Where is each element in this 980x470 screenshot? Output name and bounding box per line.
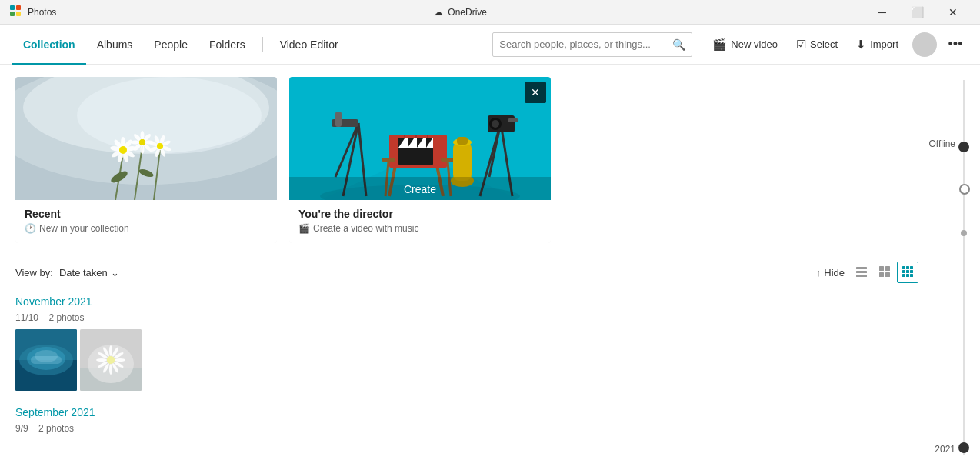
import-label: Import <box>870 38 898 50</box>
view-by-dropdown[interactable]: Date taken ⌄ <box>59 267 119 278</box>
svg-rect-55 <box>441 158 455 162</box>
svg-rect-86 <box>885 266 890 271</box>
november-photo-grid <box>15 329 918 391</box>
nav-tabs: Collection Albums People Folders Video E… <box>12 25 349 64</box>
more-options-button[interactable]: ••• <box>943 32 968 57</box>
onedrive-icon: ☁ <box>434 7 443 18</box>
search-bar[interactable]: 🔍 <box>492 32 692 57</box>
grid-medium-icon <box>878 265 891 280</box>
select-label: Select <box>810 38 838 50</box>
new-video-label: New video <box>731 38 778 50</box>
title-bar-controls: ─ ⬜ ✕ <box>865 0 971 25</box>
timeline-dot-offline[interactable] <box>958 142 969 152</box>
view-mode-list-button[interactable] <box>851 262 872 283</box>
minimize-button[interactable]: ─ <box>865 0 900 25</box>
view-by-row: View by: Date taken ⌄ ↑ Hide <box>15 262 918 283</box>
svg-rect-94 <box>910 270 913 273</box>
svg-rect-83 <box>856 271 867 273</box>
svg-rect-82 <box>856 267 867 269</box>
svg-rect-87 <box>879 272 884 277</box>
svg-point-23 <box>141 131 145 140</box>
feature-cards: Recent 🕐 New in your collection <box>15 77 918 243</box>
nav-divider <box>262 37 263 52</box>
november-2021-section: November 2021 11/10 2 photos <box>15 295 918 391</box>
svg-rect-88 <box>885 272 890 277</box>
timeline-dot-year[interactable] <box>958 442 969 453</box>
svg-point-21 <box>119 146 127 154</box>
svg-rect-65 <box>453 142 472 181</box>
svg-rect-90 <box>906 266 909 269</box>
view-by-left: View by: Date taken ⌄ <box>15 267 119 278</box>
grid-small-icon <box>902 265 914 280</box>
svg-point-29 <box>131 141 140 145</box>
onedrive-label: OneDrive <box>448 7 487 18</box>
chevron-down-icon: ⌄ <box>111 267 119 278</box>
new-video-button[interactable]: 🎬 New video <box>705 35 785 55</box>
tab-albums[interactable]: Albums <box>86 25 144 65</box>
recent-card-title: Recent <box>25 208 268 220</box>
svg-rect-96 <box>906 274 909 277</box>
list-view-icon <box>855 265 868 280</box>
tab-folders[interactable]: Folders <box>198 25 256 65</box>
svg-rect-0 <box>10 5 15 10</box>
recent-card[interactable]: Recent 🕐 New in your collection <box>15 77 277 243</box>
timeline-line <box>963 80 965 455</box>
avatar[interactable] <box>912 32 937 57</box>
title-bar-left: Photos <box>9 5 56 19</box>
svg-rect-95 <box>902 274 905 277</box>
director-card[interactable]: Create ✕ You're the director 🎬 Create a … <box>289 77 551 243</box>
search-input[interactable] <box>499 38 669 50</box>
svg-rect-84 <box>856 275 867 277</box>
video-icon: 🎬 <box>298 223 310 234</box>
maximize-button[interactable]: ⬜ <box>900 0 935 25</box>
view-mode-grid-small-button[interactable] <box>897 262 918 283</box>
tab-video-editor[interactable]: Video Editor <box>269 25 349 64</box>
recent-card-subtitle: 🕐 New in your collection <box>25 223 268 234</box>
svg-point-117 <box>96 358 107 362</box>
november-2021-subheader: 11/10 2 photos <box>15 312 918 323</box>
september-date: 9/9 <box>15 423 28 434</box>
director-card-subtitle: 🎬 Create a video with music <box>298 223 542 234</box>
close-button[interactable]: ✕ <box>935 0 971 25</box>
svg-rect-54 <box>382 158 395 162</box>
select-button[interactable]: ☑ Select <box>788 35 845 55</box>
svg-rect-79 <box>508 118 518 122</box>
svg-rect-3 <box>16 12 21 16</box>
new-video-icon: 🎬 <box>712 38 727 52</box>
svg-rect-1 <box>16 5 21 10</box>
tab-people[interactable]: People <box>143 25 198 65</box>
svg-point-114 <box>109 364 112 375</box>
recent-card-image <box>15 77 277 200</box>
director-card-info: You're the director 🎬 Create a video wit… <box>289 200 551 243</box>
svg-point-78 <box>492 120 499 128</box>
view-by-right: ↑ Hide <box>816 262 918 283</box>
director-card-title: You're the director <box>298 208 542 220</box>
svg-point-108 <box>109 345 112 356</box>
recent-card-info: Recent 🕐 New in your collection <box>15 200 277 243</box>
photo-thumb-blue-ocean[interactable] <box>15 329 77 391</box>
view-mode-buttons <box>851 262 918 283</box>
september-2021-section: September 2021 9/9 2 photos <box>15 406 918 434</box>
select-icon: ☑ <box>796 38 806 52</box>
hide-button[interactable]: ↑ Hide <box>816 267 845 278</box>
import-icon: ⬇ <box>856 38 866 52</box>
november-2021-header[interactable]: November 2021 <box>15 295 918 308</box>
up-arrow-icon: ↑ <box>816 267 822 278</box>
photo-thumb-white-flower[interactable] <box>80 329 142 391</box>
tab-collection[interactable]: Collection <box>12 25 86 65</box>
main-content: Recent 🕐 New in your collection <box>0 65 980 470</box>
svg-point-120 <box>107 356 115 364</box>
clock-icon: 🕐 <box>25 223 36 234</box>
view-mode-grid-medium-button[interactable] <box>874 262 895 283</box>
svg-rect-97 <box>910 274 913 277</box>
onedrive-area: ☁ OneDrive <box>434 7 487 18</box>
title-bar: Photos ☁ OneDrive ─ ⬜ ✕ <box>0 0 980 25</box>
close-director-card-button[interactable]: ✕ <box>525 82 546 103</box>
september-2021-subheader: 9/9 2 photos <box>15 423 918 434</box>
nav-bar: Collection Albums People Folders Video E… <box>0 25 980 65</box>
september-2021-header[interactable]: September 2021 <box>15 406 918 418</box>
svg-rect-67 <box>457 137 468 145</box>
timeline-dot-current[interactable] <box>959 184 970 195</box>
timeline-dot-small[interactable] <box>961 230 967 236</box>
import-button[interactable]: ⬇ Import <box>848 35 906 55</box>
